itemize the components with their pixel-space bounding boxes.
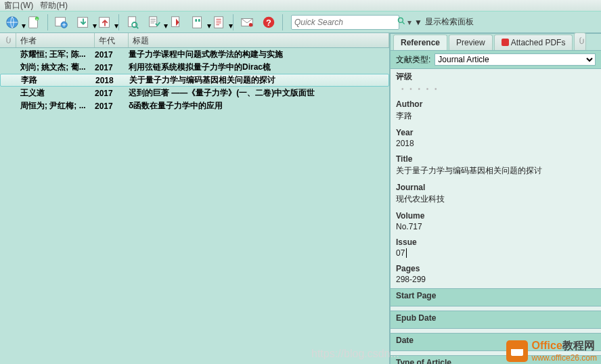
detail-pane: Reference Preview Attached PDFs 文献类型: Jo… <box>391 33 601 364</box>
tab-attachment[interactable] <box>574 32 586 50</box>
svg-rect-10 <box>150 16 157 26</box>
volume-label: Volume <box>396 211 596 221</box>
volume-value[interactable]: No.717 <box>396 222 422 231</box>
journal-label: Journal <box>396 183 596 192</box>
title-label: Title <box>396 154 596 164</box>
col-title[interactable]: 标题 <box>129 33 389 47</box>
year-label: Year <box>396 128 596 137</box>
pages-value[interactable]: 298-299 <box>396 275 426 284</box>
export-icon[interactable]: ▾ <box>95 13 114 32</box>
tab-reference[interactable]: Reference <box>393 35 447 50</box>
svg-text:+: + <box>36 17 38 21</box>
svg-text:?: ? <box>266 17 271 27</box>
title-value[interactable]: 关于量子力学与编码基因相关问题的探讨 <box>396 166 542 175</box>
reference-type-select[interactable]: Journal Article <box>435 53 596 66</box>
pages-label: Pages <box>396 264 596 273</box>
issue-value[interactable]: 07 <box>396 248 405 258</box>
quick-search-input[interactable] <box>294 18 397 27</box>
col-year[interactable]: 年代 <box>95 33 129 47</box>
toolbar: ▾ + ▾ ▾ ▾ ▾ ▾ ? ▾ <box>0 11 601 33</box>
find-fulltext-icon[interactable] <box>123 13 142 32</box>
svg-rect-13 <box>215 16 223 28</box>
expand-icon: ▼ <box>414 18 422 27</box>
svg-point-18 <box>398 18 403 22</box>
menu-window[interactable]: 窗口(W) <box>4 0 33 12</box>
table-row[interactable]: 苏耀恒; 王军; 陈...2017量子力学课程中问题式教学法的构建与实施 <box>0 48 389 61</box>
table-row[interactable]: 王义遒2017迟到的巨著 ——《量子力学》(一、二卷)中文版面世 <box>0 87 389 99</box>
menubar: 窗口(W) 帮助(H) <box>0 0 601 11</box>
email-icon[interactable] <box>238 13 257 32</box>
col-attachment[interactable] <box>0 33 16 47</box>
reference-type-row: 文献类型: Journal Article <box>391 51 601 69</box>
year-value[interactable]: 2018 <box>396 139 414 148</box>
journal-value[interactable]: 现代农业科技 <box>396 194 445 204</box>
format-icon[interactable]: ▾ <box>210 13 229 32</box>
column-headers: 作者 年代 标题 <box>0 33 389 48</box>
search-dropdown-icon[interactable]: ▾ <box>407 18 411 27</box>
typeofarticle-label: Type of Article <box>396 358 596 364</box>
issue-label: Issue <box>396 237 596 247</box>
tab-attached-pdfs[interactable]: Attached PDFs <box>494 35 573 50</box>
tab-preview[interactable]: Preview <box>449 35 493 50</box>
rating-stars[interactable]: • • • • • <box>396 85 439 93</box>
insert-citation-icon[interactable]: ▾ <box>188 13 207 32</box>
col-author[interactable]: 作者 <box>16 33 95 47</box>
reference-list-pane: 作者 年代 标题 苏耀恒; 王军; 陈...2017量子力学课程中问题式教学法的… <box>0 33 391 364</box>
detail-fields: 评级• • • • • Author李路 Year2018 Title关于量子力… <box>391 69 601 364</box>
import-icon[interactable]: ▾ <box>74 13 93 32</box>
online-search-icon[interactable] <box>52 13 71 32</box>
pdf-icon <box>502 39 509 46</box>
new-ref-icon[interactable]: + <box>24 13 43 32</box>
svg-point-15 <box>249 22 253 26</box>
table-row[interactable]: 李路2018关于量子力学与编码基因相关问题的探讨 <box>0 74 389 87</box>
type-label: 文献类型: <box>396 54 430 66</box>
startpage-label: Start Page <box>396 291 596 300</box>
globe-icon[interactable]: ▾ <box>3 13 22 32</box>
epub-label: Epub Date <box>396 313 596 323</box>
author-value[interactable]: 李路 <box>396 111 412 120</box>
rating-label: 评级 <box>396 71 596 83</box>
show-search-panel[interactable]: ▼ 显示检索面板 <box>414 16 474 28</box>
menu-help[interactable]: 帮助(H) <box>40 0 68 12</box>
detail-tabs: Reference Preview Attached PDFs <box>391 34 601 51</box>
help-icon[interactable]: ? <box>259 13 278 32</box>
main-area: 作者 年代 标题 苏耀恒; 王军; 陈...2017量子力学课程中问题式教学法的… <box>0 33 601 364</box>
fulltext-options-icon[interactable]: ▾ <box>145 13 164 32</box>
text-cursor <box>406 248 407 258</box>
search-icon[interactable] <box>397 16 406 28</box>
table-row[interactable]: 刘尚; 姚文杰; 葡...2017利用弦链系统模拟量子力学中的Dirac梳 <box>0 61 389 74</box>
svg-rect-12 <box>193 16 202 28</box>
author-label: Author <box>396 99 596 109</box>
date-label: Date <box>396 336 596 345</box>
table-row[interactable]: 周恒为; 尹红梅; ...2017δ函数在量子力学中的应用 <box>0 99 389 112</box>
open-link-icon[interactable] <box>166 13 185 32</box>
reference-rows: 苏耀恒; 王军; 陈...2017量子力学课程中问题式教学法的构建与实施 刘尚;… <box>0 48 389 364</box>
quick-search-box[interactable]: ▾ <box>291 15 399 30</box>
show-search-panel-label: 显示检索面板 <box>425 16 474 28</box>
